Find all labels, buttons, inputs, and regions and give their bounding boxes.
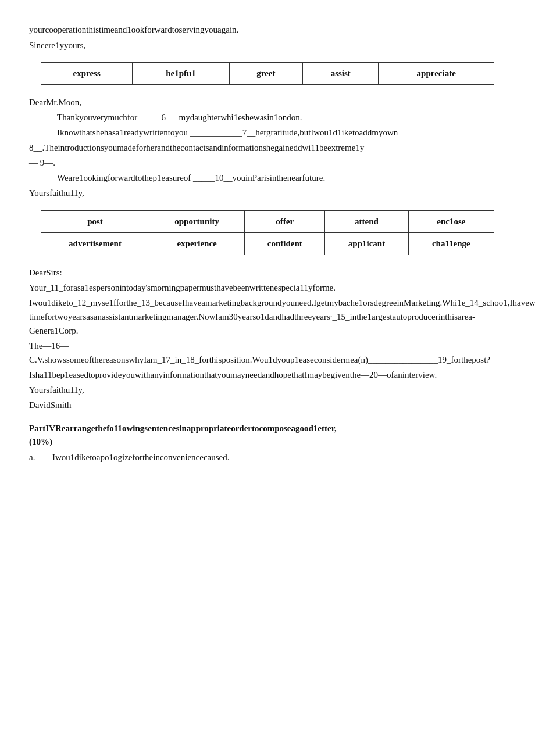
table2-r2-c5: cha11enge xyxy=(408,233,494,255)
letter2-block: DearSirs: Your_11_forasa1espersonintoday… xyxy=(29,266,506,412)
table2-r1-c3: offer xyxy=(245,211,325,233)
letter2-closing2: DavidSmith xyxy=(29,398,506,412)
intro-line2: Sincere1yyours, xyxy=(29,39,506,52)
table1-cell-2: he1pfu1 xyxy=(133,63,229,85)
letter1-closing: Yoursfaithu11y, xyxy=(29,186,506,200)
table1-cell-4: assist xyxy=(303,63,379,85)
table2-r1-c2: opportunity xyxy=(149,211,245,233)
letter2-closing1: Yoursfaithu11y, xyxy=(29,383,506,397)
table2-r2-c3: confident xyxy=(245,233,325,255)
part4-item-a-label: a. xyxy=(29,453,52,463)
letter1-line1: Thankyouverymuchfor _____6___mydaughterw… xyxy=(57,110,506,124)
table2-r2-c4: app1icant xyxy=(325,233,408,255)
letter1-greeting: DearMr.Moon, xyxy=(29,95,506,109)
table2-r2-c1: advertisement xyxy=(41,233,149,255)
table1-cell-3: greet xyxy=(229,63,302,85)
table1-cell-1: express xyxy=(41,63,133,85)
part4-item-a: a. Iwou1diketoapo1ogizefortheinconvenien… xyxy=(29,453,506,463)
letter2-line3: The—16—C.V.showssomeofthereasonswhyIam_1… xyxy=(29,339,506,367)
intro-line1: yourcooperationthistimeand1ookforwardtos… xyxy=(29,23,506,37)
letter2-greeting: DearSirs: xyxy=(29,266,506,280)
letter1-line3: 8__.Theintroductionsyoumadeforherandthec… xyxy=(29,141,506,155)
word-table-2: post opportunity offer attend enc1ose ad… xyxy=(41,210,494,255)
letter2-line2: Iwou1diketo_12_myse1fforthe_13_becauseIh… xyxy=(29,296,506,338)
table2-r1-c4: attend xyxy=(325,211,408,233)
part4-title: PartIVRearrangethefo11owingsentencesinap… xyxy=(29,424,506,433)
table2-r2-c2: experience xyxy=(149,233,245,255)
part4-item-a-text: Iwou1diketoapo1ogizefortheinconveniencec… xyxy=(52,453,229,463)
table2-r1-c5: enc1ose xyxy=(408,211,494,233)
part4-percent: (10%) xyxy=(29,437,506,447)
letter2-line4: Isha11bep1easedtoprovideyouwithanyinform… xyxy=(29,368,506,382)
letter1-line2: Iknowthatshehasa1readywrittentoyou _____… xyxy=(57,126,506,139)
table1-cell-5: appreciate xyxy=(379,63,494,85)
word-table-1: express he1pfu1 greet assist appreciate xyxy=(41,62,494,85)
part4-section: PartIVRearrangethefo11owingsentencesinap… xyxy=(29,424,506,463)
letter2-line1: Your_11_forasa1espersonintoday'smorningp… xyxy=(29,281,506,295)
letter1-line5: Weare1ookingforwardtothep1easureof _____… xyxy=(57,171,506,185)
letter1-block: DearMr.Moon, Thankyouverymuchfor _____6_… xyxy=(29,95,506,200)
letter1-line4: — 9—. xyxy=(29,156,506,170)
table2-r1-c1: post xyxy=(41,211,149,233)
